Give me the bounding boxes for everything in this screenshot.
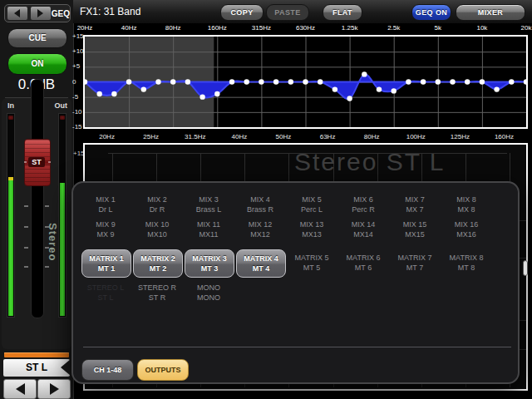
channel-select-item-matrix-6[interactable]: MATRIX 6MT 6 xyxy=(337,253,389,273)
fader-tick xyxy=(24,247,28,249)
fader-tick xyxy=(24,266,28,268)
channel-select-item-stereo-l[interactable]: STEREO LST L xyxy=(80,283,131,303)
channel-select-item-mix-9[interactable]: MIX 9MX 9 xyxy=(80,219,131,239)
copy-button[interactable]: COPY xyxy=(220,4,264,21)
channel-select-item-mix-12[interactable]: MIX 12MX12 xyxy=(234,219,286,239)
meter-in-label: In xyxy=(7,101,14,110)
next-channel-button[interactable] xyxy=(37,379,71,399)
channel-select-item-mix-4[interactable]: MIX 4Brass R xyxy=(234,195,286,214)
geq-band-dot-5k[interactable] xyxy=(436,79,441,84)
geq-band-dot-1k[interactable] xyxy=(332,86,337,91)
channel-select-item-mix-11[interactable]: MIX 11MX11 xyxy=(183,219,234,239)
channel-select-item-matrix-2[interactable]: MATRIX 2MT 2 xyxy=(133,249,183,278)
geq-band-dot-1.6k[interactable] xyxy=(362,71,367,76)
gain-axis-label: +15 xyxy=(72,32,84,40)
channel-select-item-mix-16[interactable]: MIX 16MX16 xyxy=(441,219,492,239)
gain-axis-label: -10 xyxy=(72,108,82,116)
geq-band-dot-10k[interactable] xyxy=(480,79,485,84)
fader-track[interactable] xyxy=(31,79,44,318)
geq-band-dot-31.5[interactable] xyxy=(111,91,116,96)
tab-outputs[interactable]: OUTPUTS xyxy=(137,359,189,381)
geq-band-dot-2k[interactable] xyxy=(377,86,382,91)
meter-green-segment xyxy=(8,180,13,316)
fader-tick xyxy=(45,247,49,249)
geq-curve-editor[interactable] xyxy=(83,35,528,129)
freq-axis-label: 5k xyxy=(435,24,441,32)
channel-select-item-mix-5[interactable]: MIX 5Perc L xyxy=(286,195,337,214)
next-geq-button[interactable] xyxy=(30,6,52,21)
channel-select-item-mix-1[interactable]: MIX 1Dr L xyxy=(80,195,131,214)
paste-button[interactable]: PASTE xyxy=(266,4,309,21)
fader-handle[interactable]: ST xyxy=(24,139,51,186)
band-label: 100Hz xyxy=(406,133,426,140)
channel-select-item-mix-6[interactable]: MIX 6Perc R xyxy=(337,195,389,214)
tab-ch-1-48[interactable]: CH 1-48 xyxy=(81,359,134,381)
geq-band-dot-630[interactable] xyxy=(303,79,308,84)
channel-select-item-matrix-4[interactable]: MATRIX 4MT 4 xyxy=(236,249,286,278)
frequency-axis-top: 20Hz40Hz80Hz160Hz315Hz630Hz1.25k2.5k5k10… xyxy=(83,24,532,35)
geq-band-dot-400[interactable] xyxy=(273,79,278,84)
channel-select-item-matrix-7[interactable]: MATRIX 7MT 7 xyxy=(389,253,441,273)
channel-select-item-mix-15[interactable]: MIX 15MX15 xyxy=(389,219,441,239)
geq-band-dot-3.15k[interactable] xyxy=(406,79,411,84)
channel-select-item-mono[interactable]: MONOMONO xyxy=(183,283,234,303)
cue-button[interactable]: CUE xyxy=(7,28,67,48)
meter-out-label: Out xyxy=(55,101,68,110)
channel-select-item-mix-10[interactable]: MIX 10MX10 xyxy=(131,219,183,239)
channel-select-item-mix-8[interactable]: MIX 8MX 8 xyxy=(441,195,492,214)
on-button[interactable]: ON xyxy=(7,53,67,75)
geq-band-dot-500[interactable] xyxy=(288,79,293,84)
geq-band-dot-6.3k[interactable] xyxy=(450,79,455,84)
geq-band-dot-125[interactable] xyxy=(200,94,204,99)
geq-band-dot-2.5k[interactable] xyxy=(392,88,397,93)
channel-select-item-matrix-1[interactable]: MATRIX 1MT 1 xyxy=(81,249,131,278)
geq-band-dot-1.25k[interactable] xyxy=(347,96,352,101)
geq-band-dot-800[interactable] xyxy=(318,79,323,84)
geq-band-dot-4k[interactable] xyxy=(421,79,426,84)
prev-channel-button[interactable] xyxy=(3,379,37,399)
band-label: 50Hz xyxy=(276,133,292,140)
geq-band-dot-315[interactable] xyxy=(259,79,264,84)
geq-band-dot-40[interactable] xyxy=(126,79,131,84)
geq-band-dot-50[interactable] xyxy=(141,86,146,91)
gain-axis-label: +5 xyxy=(72,62,80,70)
tag-notch xyxy=(61,359,71,376)
geq-band-dot-16k[interactable] xyxy=(509,79,514,84)
popup-divider xyxy=(83,347,511,347)
channel-watermark: Stereo ST L xyxy=(294,148,446,176)
flat-button[interactable]: FLAT xyxy=(323,4,362,21)
band-label: 40Hz xyxy=(232,133,248,140)
channel-select-item-matrix-5[interactable]: MATRIX 5MT 5 xyxy=(286,253,337,273)
channel-select-item-matrix-3[interactable]: MATRIX 3MT 3 xyxy=(185,249,234,278)
prev-geq-button[interactable] xyxy=(7,6,28,21)
channel-select-item-mix-14[interactable]: MIX 14MX14 xyxy=(337,219,389,239)
channel-select-item-mix-13[interactable]: MIX 13MX13 xyxy=(286,219,337,239)
freq-axis-label: 80Hz xyxy=(165,24,181,32)
left-arrow-icon xyxy=(16,383,25,395)
freq-axis-label: 2.5k xyxy=(387,24,400,32)
channel-select-item-mix-2[interactable]: MIX 2Dr R xyxy=(131,195,183,214)
geq-band-dot-63[interactable] xyxy=(155,79,160,84)
geq-band-dot-200[interactable] xyxy=(229,79,234,84)
geq-band-dot-25[interactable] xyxy=(97,91,102,96)
channel-select-item-matrix-8[interactable]: MATRIX 8MT 8 xyxy=(441,253,492,273)
channel-select-item-mix-3[interactable]: MIX 3Brass L xyxy=(183,195,234,214)
geq-band-dot-250[interactable] xyxy=(244,79,249,84)
geq-band-dot-100[interactable] xyxy=(185,79,190,84)
geq-on-button[interactable]: GEQ ON xyxy=(411,4,451,21)
fader-tick xyxy=(45,226,49,228)
geq-band-dot-160[interactable] xyxy=(214,91,219,96)
channel-select-item-mix-7[interactable]: MIX 7MX 7 xyxy=(389,195,441,214)
geq-band-dot-12.5k[interactable] xyxy=(494,86,499,91)
cap-dash xyxy=(48,161,51,163)
band-label: 125Hz xyxy=(451,133,470,140)
freq-axis-label: 20k xyxy=(521,24,532,32)
channel-id-tag: ST L xyxy=(3,359,70,377)
channel-select-item-stereo-r[interactable]: STEREO RST R xyxy=(131,283,183,303)
geq-band-dot-8k[interactable] xyxy=(465,79,470,84)
mixer-button[interactable]: MIXER xyxy=(456,4,525,21)
channel-name-vertical: Stereo xyxy=(47,223,59,261)
geq-band-dot-80[interactable] xyxy=(170,79,175,84)
band-label: 80Hz xyxy=(364,133,380,140)
popup-scrollbar-thumb[interactable] xyxy=(523,260,528,276)
